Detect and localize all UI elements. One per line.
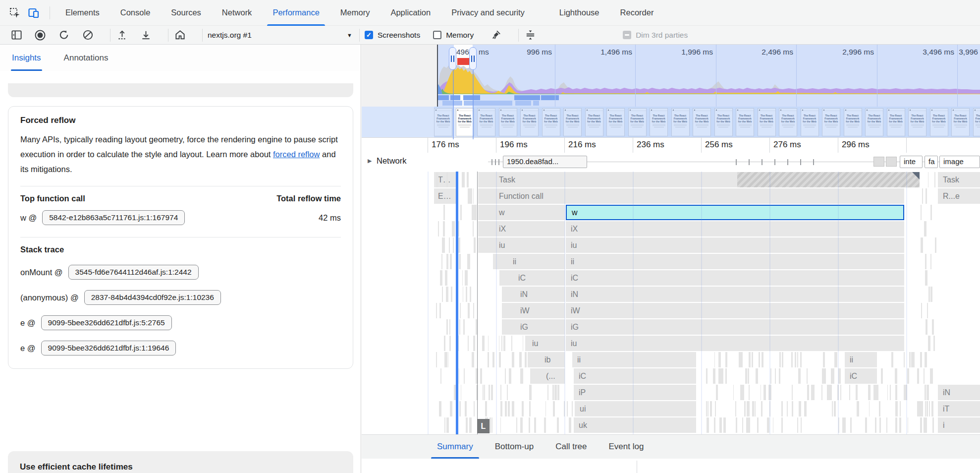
network-request[interactable] — [873, 157, 884, 167]
source-location-link[interactable]: 3545-fd6e7644112d46af.js:1:2442 — [68, 265, 199, 280]
flame-bar[interactable]: iu — [566, 336, 904, 351]
flame-bar[interactable]: iW — [566, 303, 904, 318]
flame-bar[interactable]: iN — [566, 287, 904, 302]
flame-bar[interactable]: Task — [938, 172, 980, 187]
flame-fragment — [439, 303, 441, 318]
tab-performance[interactable]: Performance — [262, 0, 329, 26]
flame-bar[interactable]: iC — [499, 270, 565, 286]
memory-checkbox[interactable] — [433, 31, 441, 39]
bottom-tab-summary[interactable]: Summary — [437, 435, 473, 459]
sidebar-tab-annotations[interactable]: Annotations — [64, 45, 109, 71]
tab-label: Recorder — [620, 8, 654, 17]
overview-handle-left[interactable] — [449, 47, 456, 70]
tab-elements[interactable]: Elements — [55, 0, 110, 26]
flame-bar[interactable]: iX — [478, 221, 565, 236]
inspect-element-icon[interactable] — [7, 5, 23, 21]
flame-bar[interactable]: w — [478, 205, 565, 220]
source-location-link[interactable]: 9099-5bee326dd621dfbf.js:1:19646 — [41, 341, 176, 355]
cache-lifetimes-card[interactable]: Use efficient cache lifetimes — [8, 451, 353, 473]
flame-fragment — [821, 385, 822, 400]
screenshots-checkbox[interactable]: ✓ — [365, 31, 373, 39]
flame-bar[interactable]: ui — [575, 401, 696, 416]
flame-bar-selected[interactable]: w — [566, 205, 904, 220]
profile-select[interactable]: nextjs.org #1 ▼ — [208, 31, 352, 40]
sidebar-tab-insights[interactable]: Insights — [12, 45, 41, 71]
flame-fragment — [508, 401, 510, 416]
tab-lighthouse[interactable]: Lighthouse — [549, 0, 610, 26]
tab-sources[interactable]: Sources — [161, 0, 212, 26]
tab-network[interactable]: Network — [212, 0, 263, 26]
flame-bar[interactable]: iC — [845, 368, 877, 384]
bottom-tab-bottom-up[interactable]: Bottom-up — [495, 435, 534, 459]
overview-network-bar — [515, 101, 531, 106]
flame-bar[interactable]: iG — [566, 319, 904, 335]
flame-fragment — [928, 172, 928, 187]
download-profile-icon[interactable] — [139, 29, 152, 42]
flame-bar[interactable]: i — [938, 417, 980, 433]
flame-bar[interactable]: R...e — [938, 188, 980, 204]
lcp-marker-badge[interactable]: L — [477, 419, 490, 433]
home-icon[interactable] — [173, 29, 186, 42]
bottom-tab-event-log[interactable]: Event log — [608, 435, 644, 459]
network-request[interactable] — [886, 157, 897, 167]
flame-bar[interactable]: iN — [938, 385, 980, 400]
flame-bar[interactable]: iN — [502, 287, 565, 302]
overview-handle-right[interactable] — [469, 47, 477, 70]
main-flame-chart[interactable]: T…TaskTaskE…Function callR...ewwiXiXiuiu… — [362, 172, 980, 434]
stack-trace-heading: Stack trace — [20, 245, 341, 254]
panel-divider[interactable] — [361, 45, 361, 473]
collapse-sections-icon[interactable] — [524, 29, 537, 42]
network-request[interactable]: image — [939, 156, 980, 168]
flame-bar[interactable]: iu — [525, 336, 565, 351]
timeline-overview[interactable]: 996 ms1,496 ms1,996 ms2,496 ms2,996 ms3,… — [362, 45, 980, 107]
reload-icon[interactable] — [57, 29, 70, 42]
flame-bar[interactable]: iX — [566, 221, 904, 236]
tab-application[interactable]: Application — [380, 0, 441, 26]
tab-recorder[interactable]: Recorder — [610, 0, 664, 26]
flame-bar[interactable]: ii — [845, 352, 877, 367]
garbage-collect-icon[interactable] — [490, 29, 502, 42]
flame-bar[interactable]: iG — [502, 319, 565, 335]
flame-bar[interactable]: ii — [493, 254, 565, 269]
dim-3rd-parties-checkbox[interactable] — [623, 31, 631, 39]
forced-reflow-card[interactable]: Forced reflow Many APIs, typically readi… — [8, 106, 353, 369]
flame-fragment — [512, 401, 514, 416]
tab-console[interactable]: Console — [110, 0, 161, 26]
flame-bar[interactable]: iC — [574, 368, 696, 384]
flame-bar[interactable]: uk — [574, 417, 696, 433]
dock-side-icon[interactable] — [10, 29, 23, 42]
clear-icon[interactable] — [81, 29, 94, 42]
flame-bar[interactable]: ii — [572, 352, 696, 367]
flame-bar[interactable]: iP — [574, 385, 696, 400]
record-icon[interactable] — [34, 29, 47, 42]
network-request[interactable]: fa — [925, 156, 938, 168]
flame-bar[interactable]: ii — [566, 254, 904, 269]
forced-reflow-link[interactable]: forced reflow — [273, 150, 320, 159]
network-track-label[interactable]: Network — [377, 156, 407, 166]
filmstrip-thumbnail[interactable]: The ReactFrameworkfor the Web — [456, 108, 474, 136]
network-request[interactable]: 1950.dea8fad... — [503, 156, 587, 168]
network-request[interactable]: inte — [900, 156, 923, 168]
source-location-link[interactable]: 9099-5bee326dd621dfbf.js:5:2765 — [41, 315, 172, 330]
network-request-tick — [800, 159, 801, 165]
flame-bar[interactable]: iu — [478, 237, 565, 253]
flame-bar[interactable]: iu — [566, 237, 904, 253]
flame-bar[interactable]: E… — [434, 188, 456, 204]
bottom-tab-call-tree[interactable]: Call tree — [555, 435, 587, 459]
flame-bar[interactable]: iT — [938, 401, 980, 416]
upload-profile-icon[interactable] — [115, 29, 128, 42]
triangle-right-icon[interactable]: ▶ — [368, 158, 372, 164]
flame-bar[interactable]: iW — [502, 303, 565, 318]
flame-bar[interactable]: Function call — [478, 188, 904, 204]
source-location-link[interactable]: 5842-e12b863a5c711761.js:1:167974 — [42, 210, 185, 225]
tab-privacy-and-security[interactable]: Privacy and security — [441, 0, 535, 26]
tab-memory[interactable]: Memory — [330, 0, 381, 26]
source-location-link[interactable]: 2837-84b4d4394cd0f92e.js:1:10236 — [84, 290, 221, 305]
flame-bar[interactable]: (... — [530, 368, 565, 384]
flame-bar[interactable]: iC — [566, 270, 904, 286]
device-toolbar-icon[interactable] — [26, 5, 42, 21]
previous-insight-card[interactable] — [8, 83, 353, 97]
long-task-hatched-bar[interactable] — [737, 172, 920, 187]
flame-bar[interactable]: ib — [528, 352, 565, 367]
flame-fragment — [529, 385, 531, 400]
